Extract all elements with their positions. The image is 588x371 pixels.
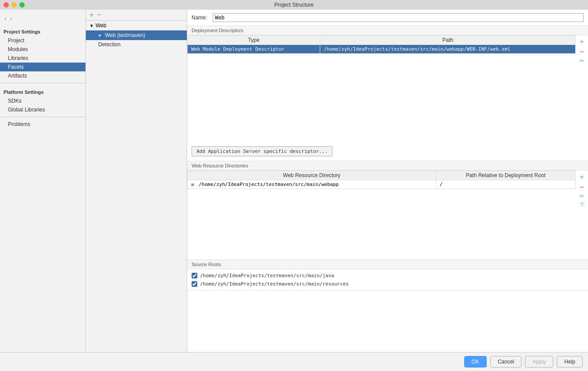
wr-remove-button[interactable]: −: [578, 182, 585, 192]
source-root-path-0: /home/zyh/IdeaProjects/testmaven/src/mai…: [200, 273, 334, 278]
ok-button[interactable]: OK: [464, 356, 487, 367]
sidebar-item-facets[interactable]: Facets: [0, 63, 85, 71]
add-facet-button[interactable]: +: [89, 11, 94, 19]
source-roots-header: Source Roots: [187, 260, 588, 269]
dd-path-cell: /home/zyh/IdeaProjects/testmaven/src/mai…: [320, 45, 576, 54]
dd-add-button[interactable]: +: [578, 37, 585, 46]
wr-edit-button[interactable]: ✏: [578, 193, 585, 200]
source-root-item-1: /home/zyh/IdeaProjects/testmaven/src/mai…: [192, 281, 584, 287]
sidebar: ‹ › Project Settings Project Modules Lib…: [0, 10, 86, 352]
wr-col-dir: Web Resource Directory: [188, 171, 436, 180]
source-root-item-0: /home/zyh/IdeaProjects/testmaven/src/mai…: [192, 273, 584, 278]
add-descriptor-row: Add Application Server specific descript…: [187, 142, 588, 161]
sidebar-navigation: ‹ ›: [0, 13, 85, 24]
sidebar-item-libraries[interactable]: Libraries: [0, 54, 85, 63]
right-panel: Name: Deployment Descriptors Type Pa: [187, 10, 588, 352]
sidebar-item-sdks[interactable]: SDKs: [0, 96, 85, 105]
web-resource-section: Web Resource Directories Web Resource Di…: [187, 161, 588, 260]
sidebar-item-problems[interactable]: Problems: [0, 120, 85, 129]
minimize-button[interactable]: [11, 2, 17, 7]
apply-button[interactable]: Apply: [525, 356, 553, 367]
dd-table-wrapper: Type Path Web Module Deployment Descript…: [187, 35, 576, 142]
deployment-descriptors-section: Deployment Descriptors Type Path: [187, 26, 588, 161]
dd-remove-button[interactable]: −: [578, 47, 585, 56]
middle-toolbar: + −: [86, 10, 187, 21]
table-row[interactable]: Web Module Deployment Descriptor /home/z…: [188, 45, 576, 54]
tree-child-detection[interactable]: Detection: [86, 40, 187, 49]
dd-col-type: Type: [188, 36, 320, 45]
cancel-button[interactable]: Cancel: [490, 356, 521, 367]
wr-side-actions: + − ✏ ?: [576, 171, 588, 260]
main-window: ‹ › Project Settings Project Modules Lib…: [0, 10, 588, 371]
web-resource-header: Web Resource Directories: [187, 161, 588, 171]
add-descriptor-button[interactable]: Add Application Server specific descript…: [192, 146, 333, 156]
sidebar-divider: [0, 83, 85, 83]
tree-collapse-icon: ▼: [89, 23, 94, 28]
source-root-path-1: /home/zyh/IdeaProjects/testmaven/src/mai…: [200, 281, 349, 287]
sidebar-item-artifacts[interactable]: Artifacts: [0, 71, 85, 80]
deployment-descriptors-header: Deployment Descriptors: [187, 26, 588, 35]
sidebar-divider-2: [0, 117, 85, 117]
project-settings-header: Project Settings: [0, 27, 85, 36]
name-input[interactable]: [213, 13, 584, 22]
platform-settings-header: Platform Settings: [0, 88, 85, 96]
dd-col-path: Path: [320, 36, 576, 45]
help-button[interactable]: Help: [557, 356, 583, 367]
tree-item-web-testmaven[interactable]: ● Web (testmaven): [86, 30, 187, 40]
name-label: Name:: [192, 15, 209, 21]
bottom-bar: OK Cancel Apply Help: [0, 352, 588, 371]
tree-root-label: Web: [96, 22, 106, 29]
name-row: Name:: [187, 10, 588, 26]
dd-type-cell: Web Module Deployment Descriptor: [188, 45, 320, 54]
nav-forward-button[interactable]: ›: [9, 15, 13, 22]
nav-back-button[interactable]: ‹: [4, 15, 7, 22]
wr-table-wrapper: Web Resource Directory Path Relative to …: [187, 171, 576, 260]
deployment-descriptors-table: Type Path Web Module Deployment Descript…: [187, 35, 576, 54]
wr-help-button[interactable]: ?: [579, 201, 584, 209]
sidebar-item-global-libraries[interactable]: Global Libraries: [0, 105, 85, 114]
wr-table-empty-area: [187, 189, 576, 260]
source-root-checkbox-0[interactable]: [192, 273, 197, 278]
wr-path-cell: /: [436, 180, 576, 189]
source-roots-section: Source Roots /home/zyh/IdeaProjects/test…: [187, 260, 588, 291]
web-resource-table-area: Web Resource Directory Path Relative to …: [187, 171, 588, 260]
source-roots-list: /home/zyh/IdeaProjects/testmaven/src/mai…: [187, 269, 588, 290]
facet-dot-icon: ●: [98, 32, 101, 38]
tree-item-web[interactable]: ▼ Web: [86, 21, 187, 30]
middle-panel: + − ▼ Web ● Web (testmaven) Detection: [86, 10, 187, 352]
dd-edit-button[interactable]: ✏: [578, 57, 585, 64]
close-button[interactable]: [4, 2, 9, 7]
web-resource-table: Web Resource Directory Path Relative to …: [187, 171, 576, 189]
dd-table-empty-area: [187, 54, 576, 142]
wr-dir-cell: ▣ /home/zyh/IdeaProjects/testmaven/src/m…: [188, 180, 436, 189]
sidebar-item-modules[interactable]: Modules: [0, 45, 85, 54]
titlebar: Project Structure: [0, 0, 588, 10]
table-row[interactable]: ▣ /home/zyh/IdeaProjects/testmaven/src/m…: [188, 180, 576, 189]
remove-facet-button[interactable]: −: [96, 11, 102, 19]
window-title: Project Structure: [274, 2, 314, 8]
source-root-checkbox-1[interactable]: [192, 281, 197, 287]
traffic-lights: [4, 2, 25, 7]
dd-side-actions: + − ✏: [576, 35, 588, 142]
sidebar-item-project[interactable]: Project: [0, 36, 85, 45]
wr-col-path: Path Relative to Deployment Root: [436, 171, 576, 180]
tree-selected-label: Web (testmaven): [105, 32, 145, 38]
right-panel-scroll: Name: Deployment Descriptors Type Pa: [187, 10, 588, 352]
wr-add-button[interactable]: +: [578, 172, 585, 182]
content-area: ‹ › Project Settings Project Modules Lib…: [0, 10, 588, 352]
maximize-button[interactable]: [19, 2, 25, 7]
folder-icon: ▣: [191, 182, 194, 187]
deployment-descriptors-table-area: Type Path Web Module Deployment Descript…: [187, 35, 588, 142]
